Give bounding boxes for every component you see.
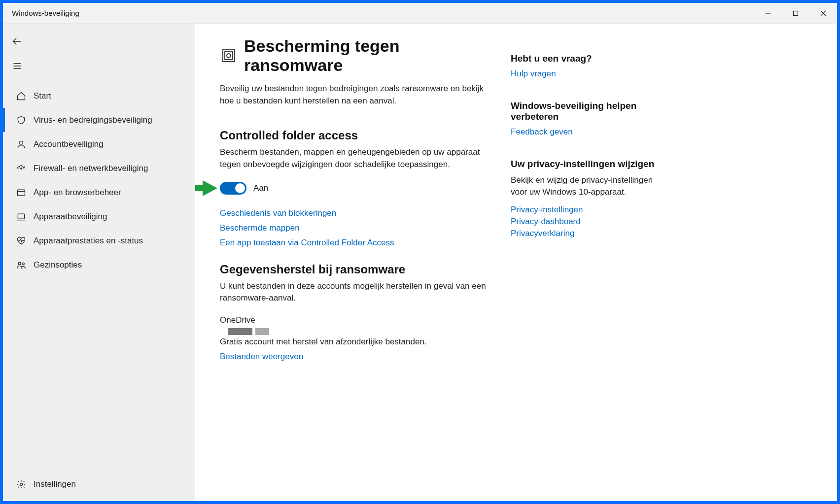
link-privacy-dashboard[interactable]: Privacy-dashboard (511, 217, 664, 227)
aside-improve: Windows-beveiliging helpen verbeteren Fe… (511, 101, 664, 137)
family-icon (14, 260, 29, 270)
nav-list: Start Virus- en bedreigingsbeveiliging A… (3, 84, 195, 472)
link-privacy-statement[interactable]: Privacyverklaring (511, 229, 664, 238)
sidebar-item-label: Firewall- en netwerkbeveiliging (34, 164, 148, 173)
sidebar-item-performance[interactable]: Apparaatprestaties en -status (3, 229, 195, 253)
toggle-knob (235, 183, 245, 193)
back-button[interactable] (5, 31, 30, 52)
aside-improve-title: Windows-beveiliging helpen verbeteren (511, 101, 664, 122)
network-icon (14, 164, 29, 173)
sidebar-item-label: Accountbeveiliging (34, 139, 104, 149)
aside-privacy: Uw privacy-instellingen wijzigen Bekijk … (511, 159, 664, 238)
recovery-desc: U kunt bestanden in deze accounts mogeli… (220, 280, 496, 304)
onedrive-label: OneDrive (220, 315, 496, 325)
link-view-files[interactable]: Bestanden weergeven (220, 352, 303, 361)
hamburger-button[interactable] (5, 55, 30, 77)
sidebar-item-appbrowser[interactable]: App- en browserbeheer (3, 180, 195, 204)
recovery-title: Gegevensherstel bij ransomware (220, 263, 496, 276)
close-button[interactable] (809, 3, 837, 24)
content: Bescherming tegen ransomware Beveilig uw… (195, 24, 837, 501)
cfa-toggle-state: Aan (253, 183, 268, 193)
cfa-desc: Bescherm bestanden, mappen en geheugenge… (220, 146, 496, 170)
minimize-button[interactable] (754, 3, 782, 24)
sidebar-item-label: Apparaatprestaties en -status (34, 236, 143, 246)
link-block-history[interactable]: Geschiedenis van blokkeringen (220, 208, 496, 218)
window-controls (754, 3, 837, 24)
page-header: Bescherming tegen ransomware (220, 36, 496, 75)
cfa-title: Controlled folder access (220, 129, 496, 142)
window-title: Windows-beveiliging (3, 9, 754, 17)
svg-rect-18 (225, 52, 233, 60)
svg-rect-12 (18, 214, 24, 219)
section-cfa: Controlled folder access Bescherm bestan… (220, 129, 496, 247)
device-icon (14, 212, 29, 222)
sidebar-item-label: App- en browserbeheer (34, 188, 121, 198)
page-title: Bescherming tegen ransomware (244, 36, 496, 75)
svg-point-16 (20, 483, 23, 485)
app-window: Windows-beveiliging (2, 2, 838, 502)
sidebar-item-label: Start (34, 91, 51, 101)
sidebar: Start Virus- en bedreigingsbeveiliging A… (3, 24, 195, 501)
sidebar-item-virus[interactable]: Virus- en bedreigingsbeveiliging (3, 108, 195, 132)
svg-rect-1 (794, 11, 798, 15)
link-protected-folders[interactable]: Beschermde mappen (220, 223, 496, 233)
link-allow-app[interactable]: Een app toestaan via Controlled Folder A… (220, 238, 496, 248)
nav-bottom: Instellingen (3, 472, 195, 501)
onedrive-desc: Gratis account met herstel van afzonderl… (220, 337, 496, 347)
sidebar-item-label: Virus- en bedreigingsbeveiliging (34, 115, 152, 125)
onedrive-account-redacted (228, 328, 496, 335)
titlebar: Windows-beveiliging (3, 3, 837, 24)
person-icon (14, 139, 29, 149)
main-column: Bescherming tegen ransomware Beveilig uw… (220, 36, 496, 501)
sidebar-item-start[interactable]: Start (3, 84, 195, 108)
ransomware-icon (220, 47, 237, 65)
cfa-links: Geschiedenis van blokkeringen Beschermde… (220, 208, 496, 248)
svg-point-15 (22, 263, 24, 265)
sidebar-item-account[interactable]: Accountbeveiliging (3, 132, 195, 156)
svg-rect-10 (18, 190, 25, 196)
aside-help: Hebt u een vraag? Hulp vragen (511, 53, 664, 79)
sidebar-item-device[interactable]: Apparaatbeveiliging (3, 204, 195, 229)
aside-privacy-desc: Bekijk en wijzig de privacy-instellingen… (511, 174, 664, 198)
sidebar-item-firewall[interactable]: Firewall- en netwerkbeveiliging (3, 156, 195, 180)
page-lead: Beveilig uw bestanden tegen bedreigingen… (220, 83, 496, 107)
svg-marker-21 (203, 180, 217, 196)
sidebar-item-label: Gezinsopties (34, 260, 82, 270)
svg-point-9 (21, 168, 22, 169)
gear-icon (14, 479, 29, 489)
link-get-help[interactable]: Hulp vragen (511, 69, 664, 79)
sidebar-item-settings[interactable]: Instellingen (3, 472, 195, 496)
heart-icon (14, 236, 29, 246)
cfa-toggle-row: Aan (220, 182, 496, 195)
svg-point-14 (18, 262, 21, 265)
link-feedback[interactable]: Feedback geven (511, 127, 664, 137)
section-recovery: Gegevensherstel bij ransomware U kunt be… (220, 263, 496, 362)
cfa-toggle[interactable] (220, 182, 246, 195)
maximize-button[interactable] (782, 3, 809, 24)
svg-point-19 (227, 54, 231, 58)
body: Start Virus- en bedreigingsbeveiliging A… (3, 24, 837, 501)
sidebar-item-label: Instellingen (34, 479, 76, 489)
annotation-arrow-icon (195, 178, 217, 198)
aside-privacy-title: Uw privacy-instellingen wijzigen (511, 159, 664, 169)
aside-column: Hebt u een vraag? Hulp vragen Windows-be… (511, 36, 664, 501)
home-icon (14, 91, 29, 101)
sidebar-item-label: Apparaatbeveiliging (34, 212, 107, 222)
link-privacy-settings[interactable]: Privacy-instellingen (511, 205, 664, 215)
shield-icon (14, 115, 29, 125)
sidebar-item-family[interactable]: Gezinsopties (3, 253, 195, 277)
svg-point-8 (20, 141, 23, 144)
aside-help-title: Hebt u een vraag? (511, 53, 664, 64)
app-icon (14, 188, 29, 198)
